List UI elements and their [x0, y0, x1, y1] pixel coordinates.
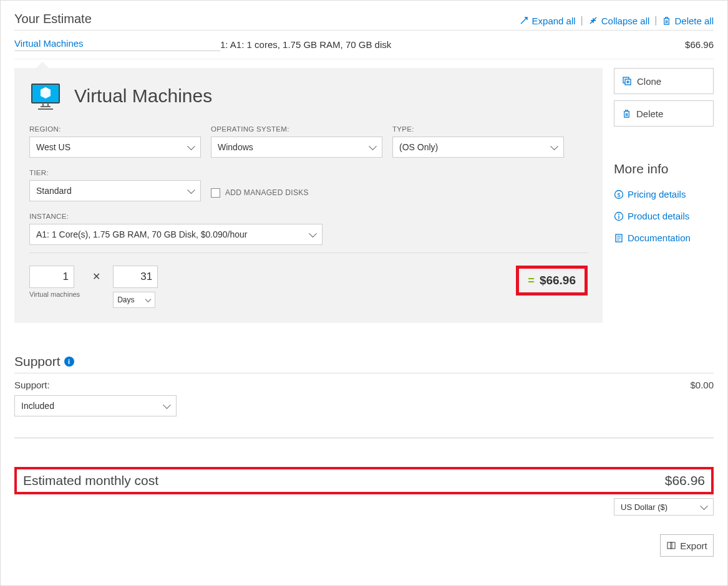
divider: | [581, 15, 583, 26]
export-icon [666, 540, 676, 550]
delete-button[interactable]: Delete [614, 100, 714, 127]
doc-icon [614, 233, 624, 243]
duration-unit-select[interactable]: Days [113, 292, 155, 308]
instance-select[interactable]: A1: 1 Core(s), 1.75 GB RAM, 70 GB Disk, … [29, 224, 323, 245]
monthly-cost-highlight: Estimated monthly cost $66.96 [14, 467, 714, 494]
subtotal-highlight: = $66.96 [516, 266, 588, 295]
vm-config-panel: Virtual Machines REGION: West US OPERATI… [14, 68, 603, 323]
summary-description: 1: A1: 1 cores, 1.75 GB RAM, 70 GB disk [220, 39, 685, 50]
support-select[interactable]: Included [14, 395, 177, 416]
svg-rect-8 [667, 542, 672, 549]
monthly-cost-label: Estimated monthly cost [23, 473, 158, 488]
currency-select[interactable]: US Dollar ($) [614, 498, 714, 516]
svg-point-6 [618, 214, 619, 215]
vm-count-input[interactable]: 1 [29, 266, 74, 288]
tier-label: TIER: [29, 169, 201, 176]
trash-icon [622, 109, 631, 118]
expand-icon [519, 16, 529, 26]
section-divider [14, 438, 714, 438]
svg-text:$: $ [617, 191, 620, 198]
subtotal-price: $66.96 [540, 274, 576, 287]
support-price: $0.00 [690, 380, 714, 390]
estimate-summary-row[interactable]: Virtual Machines 1: A1: 1 cores, 1.75 GB… [14, 31, 714, 59]
collapse-all-link[interactable]: Collapse all [588, 16, 650, 26]
summary-price: $66.96 [685, 39, 714, 50]
pricing-details-link[interactable]: $ Pricing details [614, 189, 714, 199]
managed-disks-label: ADD MANAGED DISKS [225, 188, 309, 197]
delete-all-link[interactable]: Delete all [662, 16, 714, 26]
page-title: Your Estimate [14, 12, 92, 26]
vm-icon [29, 83, 59, 109]
clone-icon [622, 76, 632, 86]
os-select[interactable]: Windows [211, 137, 382, 158]
panel-divider [29, 252, 588, 253]
dollar-icon: $ [614, 190, 624, 199]
support-label: Support: [14, 380, 50, 390]
info-icon [614, 211, 624, 221]
divider: | [654, 15, 657, 26]
product-details-link[interactable]: Product details [614, 211, 714, 221]
monthly-cost-price: $66.96 [665, 473, 705, 488]
type-select[interactable]: (OS Only) [392, 137, 564, 158]
equals-symbol: = [528, 274, 535, 287]
duration-input[interactable]: 31 [113, 266, 158, 288]
trash-icon [662, 16, 671, 26]
clone-button[interactable]: Clone [614, 68, 714, 94]
side-panel: Clone Delete More info $ Pricing details… [614, 68, 714, 323]
panel-notch [36, 62, 49, 68]
os-label: OPERATING SYSTEM: [211, 125, 382, 133]
expand-all-link[interactable]: Expand all [519, 16, 576, 26]
type-label: TYPE: [392, 125, 564, 133]
multiply-symbol: ✕ [92, 271, 100, 282]
tier-select[interactable]: Standard [29, 180, 201, 201]
vm-count-label: Virtual machines [29, 291, 80, 299]
collapse-icon [588, 16, 598, 26]
svg-rect-9 [671, 542, 675, 549]
summary-name[interactable]: Virtual Machines [14, 38, 220, 51]
instance-label: INSTANCE: [29, 213, 588, 220]
info-icon[interactable]: i [64, 357, 74, 367]
support-heading: Support i [14, 354, 714, 373]
more-info-heading: More info [614, 161, 714, 176]
documentation-link[interactable]: Documentation [614, 233, 714, 243]
region-select[interactable]: West US [29, 137, 201, 158]
panel-title: Virtual Machines [74, 85, 212, 107]
managed-disks-checkbox[interactable] [211, 188, 220, 198]
region-label: REGION: [29, 125, 201, 133]
export-button[interactable]: Export [660, 534, 714, 557]
